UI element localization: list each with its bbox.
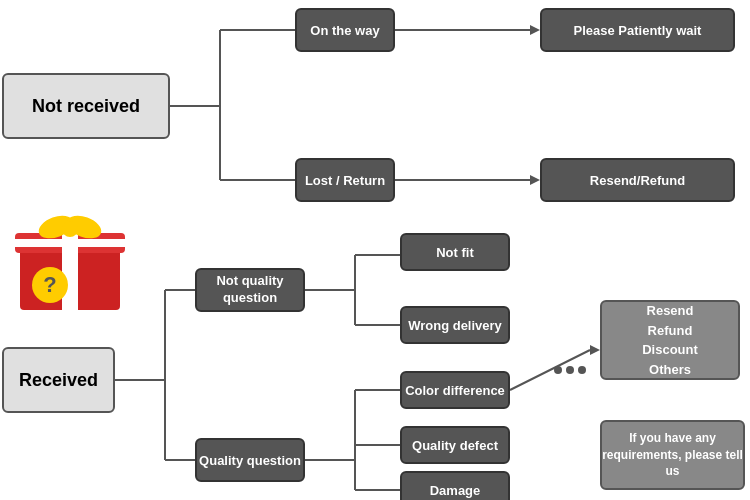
flowchart-diagram: Not received On the way Please Patiently… (0, 0, 750, 500)
resend-refund-top-node: Resend/Refund (540, 158, 735, 202)
svg-text:?: ? (43, 272, 56, 297)
quality-node: Quality question (195, 438, 305, 482)
svg-point-25 (578, 366, 586, 374)
not-quality-node: Not quality question (195, 268, 305, 312)
color-diff-node: Color difference (400, 371, 510, 409)
requirements-node: If you have any requirements, please tel… (600, 420, 745, 490)
svg-point-24 (566, 366, 574, 374)
svg-rect-29 (15, 239, 125, 247)
wrong-delivery-node: Wrong delivery (400, 306, 510, 344)
resend-refund-outcome-node: Resend Refund Discount Others (600, 300, 740, 380)
lost-return-node: Lost / Return (295, 158, 395, 202)
svg-point-32 (62, 221, 78, 237)
on-the-way-node: On the way (295, 8, 395, 52)
svg-marker-5 (530, 25, 540, 35)
svg-marker-22 (590, 345, 600, 355)
gift-box-icon: ? (10, 195, 130, 315)
svg-marker-7 (530, 175, 540, 185)
not-received-node: Not received (2, 73, 170, 139)
damage-node: Damage (400, 471, 510, 500)
svg-point-23 (554, 366, 562, 374)
svg-line-21 (510, 350, 590, 390)
not-fit-node: Not fit (400, 233, 510, 271)
please-wait-node: Please Patiently wait (540, 8, 735, 52)
quality-defect-node: Quality defect (400, 426, 510, 464)
received-node: Received (2, 347, 115, 413)
